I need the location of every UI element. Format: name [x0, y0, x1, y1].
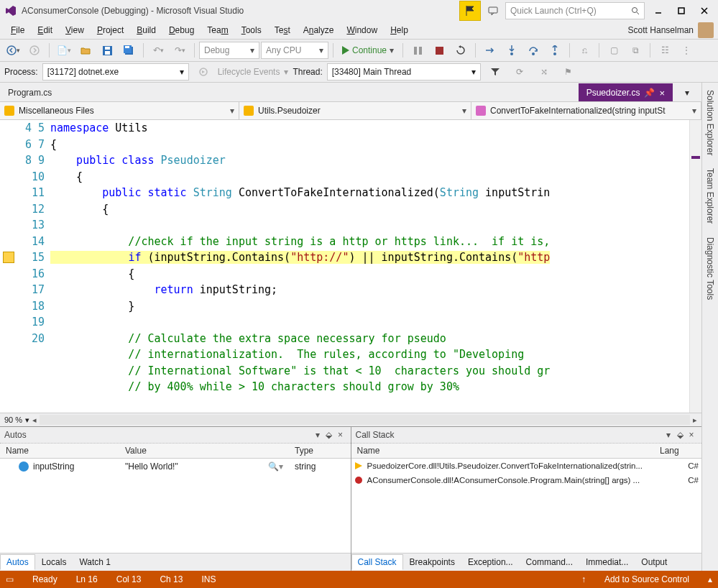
breakpoint-icon [354, 476, 363, 484]
status-scc[interactable]: Add to Source Control [604, 574, 689, 584]
config-selector[interactable]: Debug▾ [199, 42, 259, 59]
horizontal-scrollbar[interactable] [40, 415, 690, 425]
panel-dropdown-icon[interactable]: ▾ [663, 430, 674, 440]
process-selector[interactable]: [31172] dotnet.exe▾ [42, 63, 189, 81]
nav-fwd-button[interactable] [24, 42, 45, 58]
maximize-button[interactable] [672, 3, 691, 19]
stop-button[interactable] [429, 42, 449, 58]
tool-e[interactable]: ⋮ [676, 42, 696, 58]
panel-close-icon[interactable]: × [335, 430, 346, 440]
rtab-team-explorer[interactable]: Team Explorer [704, 165, 717, 226]
autos-tab-watch1[interactable]: Watch 1 [73, 554, 117, 570]
lifecycle-label: Lifecycle Events [218, 67, 280, 77]
pin-icon[interactable]: 📌 [644, 88, 655, 98]
panel-close-icon[interactable]: × [686, 430, 697, 440]
menu-team[interactable]: Team [201, 24, 234, 37]
tab-overflow-icon[interactable]: ▾ [673, 83, 701, 101]
break-all-button[interactable] [408, 42, 428, 58]
svg-point-17 [532, 52, 535, 55]
autos-tab-locals[interactable]: Locals [35, 554, 73, 570]
thread-selector[interactable]: [33480] Main Thread▾ [327, 63, 481, 81]
panel-pin-icon[interactable]: ⬙ [674, 430, 686, 440]
feedback-icon[interactable] [485, 3, 501, 19]
quick-launch-input[interactable]: Quick Launch (Ctrl+Q) [505, 2, 645, 19]
step-out-button[interactable] [545, 42, 565, 58]
panel-dropdown-icon[interactable]: ▾ [312, 430, 323, 440]
cs-tab-immediate[interactable]: Immediat... [579, 554, 635, 570]
overview-ruler[interactable] [689, 120, 701, 413]
nav-back-button[interactable]: ▾ [3, 42, 23, 58]
restart-button[interactable] [451, 42, 471, 58]
publish-icon[interactable]: ↑ [581, 574, 586, 584]
menu-file[interactable]: File [4, 24, 31, 37]
open-button[interactable] [75, 42, 96, 58]
zoom-level[interactable]: 90 % [4, 415, 22, 424]
nav-class-selector[interactable]: Utils.Pseudoizer▾ [239, 102, 471, 119]
stack-frame-row[interactable]: PsuedoizerCore.dll!Utils.Pseudoizer.Conv… [351, 459, 702, 473]
current-line-arrow-icon [3, 252, 14, 263]
vs-logo-icon [4, 4, 17, 17]
svg-point-1 [632, 8, 638, 13]
visualizer-icon[interactable]: 🔍▾ [268, 461, 283, 472]
close-button[interactable] [695, 3, 714, 19]
glyph-margin[interactable] [0, 120, 19, 413]
tool-b[interactable]: ▢ [604, 42, 624, 58]
lifecycle-icon[interactable] [193, 64, 213, 80]
panel-pin-icon[interactable]: ⬙ [323, 430, 335, 440]
callstack-title: Call Stack [356, 430, 663, 440]
cs-tab-exception[interactable]: Exception... [461, 554, 520, 570]
code-editor[interactable]: 4 5 6 7 8 9 10 11 12 13 14 15 16 17 18 1… [0, 120, 701, 413]
tab-psuedoizer-cs[interactable]: Psuedoizer.cs 📌 × [579, 83, 673, 101]
undo-button[interactable]: ↶▾ [148, 42, 168, 58]
notification-flag-icon[interactable] [459, 1, 481, 21]
user-avatar[interactable] [698, 22, 714, 38]
menu-test[interactable]: Test [268, 24, 297, 37]
filter-icon[interactable] [485, 64, 505, 80]
step-into-button[interactable] [502, 42, 522, 58]
menu-analyze[interactable]: Analyze [297, 24, 341, 37]
rtab-solution-explorer[interactable]: Solution Explorer [704, 87, 717, 158]
menu-tools[interactable]: Tools [235, 24, 268, 37]
menu-debug[interactable]: Debug [162, 24, 201, 37]
flag-threads-icon[interactable]: ⚑ [558, 64, 579, 80]
new-project-button[interactable]: 📄▾ [54, 42, 74, 58]
save-all-button[interactable] [119, 42, 139, 58]
cs-tab-command[interactable]: Command... [520, 554, 579, 570]
tool-a[interactable]: ⎌ [574, 42, 594, 58]
scc-chevron-icon[interactable]: ▴ [708, 574, 712, 584]
code-text[interactable]: namespace Utils { public class Pseudoize… [50, 120, 689, 413]
menu-view[interactable]: View [59, 24, 91, 37]
autos-row[interactable]: inputString "Hello World!"🔍▾ string [0, 459, 351, 474]
thread-nav-icon[interactable]: ⤭ [534, 64, 554, 80]
editor-footer: 90 %▾ ◂ ▸ [0, 413, 701, 426]
close-tab-icon[interactable]: × [659, 88, 665, 98]
cs-tab-callstack[interactable]: Call Stack [351, 554, 403, 570]
nav-project-selector[interactable]: Miscellaneous Files▾ [0, 102, 239, 119]
class-icon [244, 106, 254, 116]
minimize-button[interactable] [649, 3, 668, 19]
nav-member-selector[interactable]: ConvertToFakeInternationalized(string in… [471, 102, 701, 119]
menu-window[interactable]: Window [340, 24, 384, 37]
autos-tab-autos[interactable]: Autos [0, 554, 35, 570]
continue-button[interactable]: Continue▾ [338, 42, 398, 58]
cs-tab-output[interactable]: Output [635, 554, 673, 570]
signed-in-user[interactable]: Scott Hanselman [624, 25, 698, 35]
platform-selector[interactable]: Any CPU▾ [261, 42, 328, 59]
tool-d[interactable]: ☷ [655, 42, 675, 58]
tab-program-cs[interactable]: Program.cs [0, 83, 60, 101]
rtab-diagnostic-tools[interactable]: Diagnostic Tools [704, 234, 717, 303]
menu-edit[interactable]: Edit [31, 24, 59, 37]
menu-project[interactable]: Project [91, 24, 130, 37]
autos-title: Autos [4, 430, 312, 440]
step-over-button[interactable] [523, 42, 543, 58]
redo-button[interactable]: ↷▾ [170, 42, 190, 58]
stackframe-icon[interactable]: ⟳ [510, 64, 530, 80]
save-button[interactable] [97, 42, 117, 58]
menu-help[interactable]: Help [384, 24, 415, 37]
tool-c[interactable]: ⧉ [625, 42, 645, 58]
show-next-stmt-button[interactable] [480, 42, 500, 58]
cs-tab-breakpoints[interactable]: Breakpoints [403, 554, 461, 570]
stack-frame-row[interactable]: AConsumerConsole.dll!AConsumerConsole.Pr… [351, 473, 702, 487]
menu-build[interactable]: Build [130, 24, 162, 37]
process-label: Process: [4, 67, 38, 77]
